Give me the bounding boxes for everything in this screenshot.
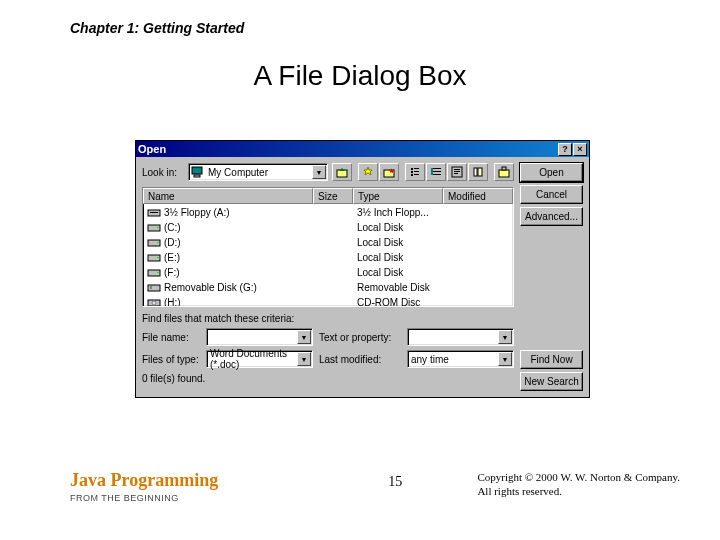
criteria-label: Find files that match these criteria: bbox=[142, 313, 514, 324]
disk-icon bbox=[147, 237, 161, 248]
svg-rect-20 bbox=[499, 170, 509, 177]
svg-rect-9 bbox=[414, 174, 419, 175]
svg-rect-7 bbox=[414, 168, 419, 169]
disk-icon bbox=[147, 252, 161, 263]
list-header: Name Size Type Modified bbox=[143, 188, 513, 204]
status-text: 0 file(s) found. bbox=[142, 373, 514, 384]
svg-rect-19 bbox=[478, 168, 482, 176]
last-modified-label: Last modified: bbox=[319, 354, 401, 365]
book-subtitle: FROM THE BEGINNING bbox=[70, 493, 218, 503]
disk-icon bbox=[147, 222, 161, 233]
chapter-header: Chapter 1: Getting Started bbox=[70, 20, 244, 36]
svg-rect-1 bbox=[194, 175, 200, 177]
svg-rect-17 bbox=[454, 173, 458, 174]
add-favorite-button[interactable] bbox=[379, 163, 399, 181]
advanced-button[interactable]: Advanced... bbox=[520, 207, 583, 226]
list-item[interactable]: Removable Disk (G:) Removable Disk bbox=[145, 280, 511, 295]
list-rows: 3½ Floppy (A:) 3½ Inch Flopp... (C:) Loc… bbox=[143, 204, 513, 307]
preview-button[interactable] bbox=[468, 163, 488, 181]
list-item[interactable]: (H:) CD-ROM Disc bbox=[145, 295, 511, 307]
svg-rect-8 bbox=[414, 171, 419, 172]
look-in-label: Look in: bbox=[142, 167, 184, 178]
chevron-down-icon[interactable]: ▼ bbox=[297, 352, 311, 366]
svg-rect-32 bbox=[148, 285, 160, 291]
svg-point-35 bbox=[152, 301, 156, 305]
find-now-button[interactable]: Find Now bbox=[520, 350, 583, 369]
favorites-button[interactable] bbox=[358, 163, 378, 181]
open-button[interactable]: Open bbox=[520, 163, 583, 182]
removable-icon bbox=[147, 282, 161, 293]
svg-rect-25 bbox=[157, 227, 159, 228]
text-property-combo[interactable]: ▼ bbox=[407, 328, 514, 346]
floppy-icon bbox=[147, 207, 161, 218]
svg-rect-23 bbox=[150, 212, 158, 213]
properties-view-button[interactable] bbox=[447, 163, 467, 181]
svg-rect-16 bbox=[454, 171, 460, 172]
svg-rect-33 bbox=[150, 286, 152, 289]
open-dialog: Open ? × Look in: My Computer ▼ bbox=[135, 140, 590, 398]
cancel-button[interactable]: Cancel bbox=[520, 185, 583, 204]
svg-rect-27 bbox=[157, 242, 159, 243]
list-item[interactable]: (C:) Local Disk bbox=[145, 220, 511, 235]
svg-rect-13 bbox=[431, 168, 433, 175]
slide-title: A File Dialog Box bbox=[0, 60, 720, 92]
file-list[interactable]: Name Size Type Modified 3½ Floppy (A:) 3… bbox=[142, 187, 514, 307]
cdrom-icon bbox=[147, 297, 161, 307]
chevron-down-icon[interactable]: ▼ bbox=[498, 330, 512, 344]
files-type-label: Files of type: bbox=[142, 354, 200, 365]
text-property-label: Text or property: bbox=[319, 332, 401, 343]
files-type-combo[interactable]: Word Documents (*.doc)▼ bbox=[206, 350, 313, 368]
copyright: Copyright © 2000 W. W. Norton & Company.… bbox=[477, 470, 680, 499]
list-item[interactable]: (D:) Local Disk bbox=[145, 235, 511, 250]
col-modified[interactable]: Modified bbox=[443, 188, 513, 204]
list-view-button[interactable] bbox=[405, 163, 425, 181]
svg-rect-0 bbox=[192, 167, 202, 174]
new-search-button[interactable]: New Search bbox=[520, 372, 583, 391]
file-name-label: File name: bbox=[142, 332, 200, 343]
chevron-down-icon[interactable]: ▼ bbox=[498, 352, 512, 366]
svg-rect-2 bbox=[337, 170, 347, 177]
col-size[interactable]: Size bbox=[313, 188, 353, 204]
svg-rect-6 bbox=[411, 174, 413, 176]
tools-button[interactable] bbox=[494, 163, 514, 181]
list-item[interactable]: 3½ Floppy (A:) 3½ Inch Flopp... bbox=[145, 205, 511, 220]
svg-rect-15 bbox=[454, 169, 460, 170]
computer-icon bbox=[191, 166, 205, 178]
last-modified-combo[interactable]: any time▼ bbox=[407, 350, 514, 368]
look-in-value: My Computer bbox=[208, 167, 268, 178]
close-button[interactable]: × bbox=[573, 143, 587, 156]
chevron-down-icon[interactable]: ▼ bbox=[297, 330, 311, 344]
col-type[interactable]: Type bbox=[353, 188, 443, 204]
up-folder-button[interactable] bbox=[332, 163, 352, 181]
list-item[interactable]: (E:) Local Disk bbox=[145, 250, 511, 265]
disk-icon bbox=[147, 267, 161, 278]
page-number: 15 bbox=[388, 474, 402, 490]
file-name-combo[interactable]: ▼ bbox=[206, 328, 313, 346]
list-item[interactable]: (F:) Local Disk bbox=[145, 265, 511, 280]
chevron-down-icon[interactable]: ▼ bbox=[312, 165, 326, 179]
svg-rect-4 bbox=[411, 168, 413, 170]
details-view-button[interactable] bbox=[426, 163, 446, 181]
slide-footer: Java Programming FROM THE BEGINNING 15 C… bbox=[70, 470, 680, 503]
svg-rect-21 bbox=[502, 167, 506, 170]
dialog-title: Open bbox=[138, 143, 557, 155]
help-button[interactable]: ? bbox=[558, 143, 572, 156]
book-title: Java Programming bbox=[70, 470, 218, 491]
toolbar bbox=[332, 163, 514, 181]
col-name[interactable]: Name bbox=[143, 188, 313, 204]
dialog-titlebar: Open ? × bbox=[136, 141, 589, 157]
look-in-combo[interactable]: My Computer ▼ bbox=[188, 163, 328, 181]
svg-rect-29 bbox=[157, 257, 159, 258]
svg-rect-31 bbox=[157, 272, 159, 273]
svg-rect-5 bbox=[411, 171, 413, 173]
svg-rect-18 bbox=[474, 168, 477, 176]
